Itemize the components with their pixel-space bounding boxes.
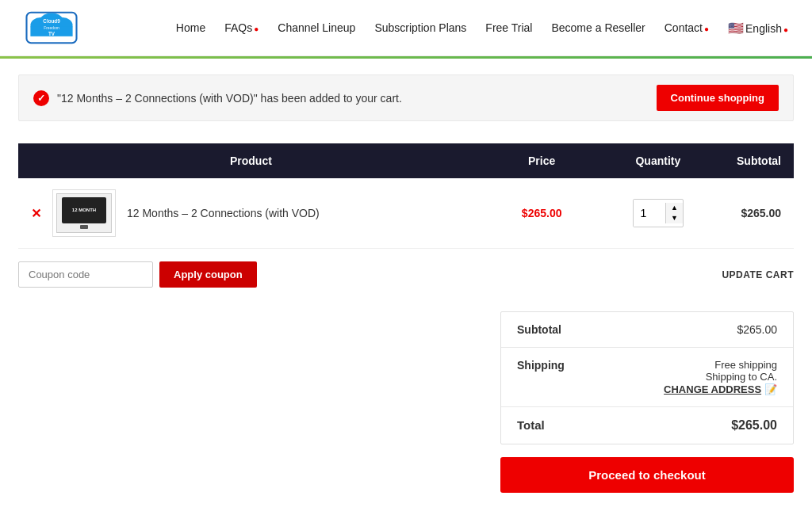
col-subtotal: Subtotal — [716, 143, 794, 178]
nav-language[interactable]: 🇺🇸English● — [728, 21, 788, 36]
product-thumbnail: 12 MONTH — [52, 189, 116, 237]
nav-faqs[interactable]: FAQs● — [224, 21, 259, 34]
subtotal-value: $265.00 — [737, 323, 777, 336]
total-row: Total $265.00 — [501, 407, 793, 444]
svg-text:TV: TV — [48, 31, 56, 36]
checkout-button[interactable]: Proceed to checkout — [500, 457, 794, 493]
nav-contact[interactable]: Contact● — [665, 21, 709, 34]
nav-subscription-plans[interactable]: Subscription Plans — [374, 21, 466, 34]
alert-message-area: "12 Months – 2 Connections (with VOD)" h… — [33, 90, 402, 106]
checkout-section: Proceed to checkout — [18, 457, 794, 493]
cart-alert: "12 Months – 2 Connections (with VOD)" h… — [18, 74, 794, 121]
svg-text:Freedom: Freedom — [44, 26, 59, 30]
change-address-button[interactable]: CHANGE ADDRESS — [664, 383, 761, 395]
svg-text:Cloud9: Cloud9 — [43, 18, 60, 24]
subtotal-label: Subtotal — [517, 323, 561, 336]
check-icon — [33, 90, 49, 106]
col-product: Product — [18, 143, 484, 178]
table-row: ✕ 12 MONTH 12 Months – 2 Connections (wi… — [18, 178, 794, 249]
shipping-info: Free shipping Shipping to CA. CHANGE ADD… — [664, 359, 777, 395]
shipping-free: Free shipping — [664, 359, 777, 371]
nav-dot-contact: ● — [704, 25, 709, 33]
subtotal-cell: $265.00 — [716, 178, 794, 249]
coupon-input[interactable] — [18, 261, 153, 288]
totals-section: Subtotal $265.00 Shipping Free shipping … — [18, 311, 794, 444]
thumb-inner: 12 MONTH — [56, 193, 112, 233]
thumb-stand — [80, 225, 88, 229]
quantity-cell: ▲ ▼ — [600, 178, 717, 249]
nav-links: Home FAQs● Channel Lineup Subscription P… — [176, 21, 788, 36]
nav-dot: ● — [254, 25, 259, 33]
totals-box: Subtotal $265.00 Shipping Free shipping … — [500, 311, 794, 444]
quantity-input[interactable] — [634, 200, 665, 227]
quantity-up[interactable]: ▲ — [666, 203, 683, 213]
shipping-label: Shipping — [517, 359, 565, 372]
total-label: Total — [517, 418, 545, 432]
navbar: Cloud9 Freedom TV Home FAQs● Channel Lin… — [0, 0, 812, 56]
remove-button[interactable]: ✕ — [31, 206, 41, 221]
product-cell-inner: ✕ 12 MONTH 12 Months – 2 Connections (wi… — [31, 189, 471, 237]
edit-icon: 📝 — [764, 383, 777, 395]
product-name: 12 Months – 2 Connections (with VOD) — [127, 207, 320, 219]
nav-channel-lineup[interactable]: Channel Lineup — [278, 21, 355, 34]
coupon-left: Apply coupon — [18, 261, 257, 288]
subtotal-row: Subtotal $265.00 — [501, 312, 793, 348]
nav-become-reseller[interactable]: Become a Reseller — [551, 21, 645, 34]
col-quantity: Quantity — [600, 143, 717, 178]
price-cell: $265.00 — [484, 178, 600, 249]
flag-icon: 🇺🇸 — [728, 21, 744, 35]
quantity-wrapper: ▲ ▼ — [633, 199, 684, 227]
change-address-area: CHANGE ADDRESS 📝 — [664, 383, 777, 395]
nav-free-trial[interactable]: Free Trial — [485, 21, 532, 34]
update-cart-button[interactable]: UPDATE CART — [722, 269, 794, 280]
thumb-screen: 12 MONTH — [62, 197, 106, 223]
quantity-arrows: ▲ ▼ — [665, 203, 683, 223]
nav-dot-lang: ● — [783, 25, 788, 34]
total-value: $265.00 — [731, 418, 777, 433]
logo[interactable]: Cloud9 Freedom TV — [24, 8, 79, 48]
shipping-to: Shipping to CA. — [664, 371, 777, 383]
product-cell: ✕ 12 MONTH 12 Months – 2 Connections (wi… — [18, 178, 484, 249]
table-header-row: Product Price Quantity Subtotal — [18, 143, 794, 178]
quantity-down[interactable]: ▼ — [666, 213, 683, 223]
thumb-label: 12 MONTH — [72, 208, 96, 212]
alert-text: "12 Months – 2 Connections (with VOD)" h… — [57, 92, 402, 105]
main-content: "12 Months – 2 Connections (with VOD)" h… — [6, 59, 806, 511]
shipping-row: Shipping Free shipping Shipping to CA. C… — [501, 348, 793, 407]
apply-coupon-button[interactable]: Apply coupon — [159, 261, 257, 288]
col-price: Price — [484, 143, 600, 178]
continue-shopping-button[interactable]: Continue shopping — [657, 85, 779, 111]
nav-home[interactable]: Home — [176, 21, 205, 34]
cart-table: Product Price Quantity Subtotal ✕ 12 MON… — [18, 143, 794, 249]
coupon-row: Apply coupon UPDATE CART — [18, 261, 794, 288]
